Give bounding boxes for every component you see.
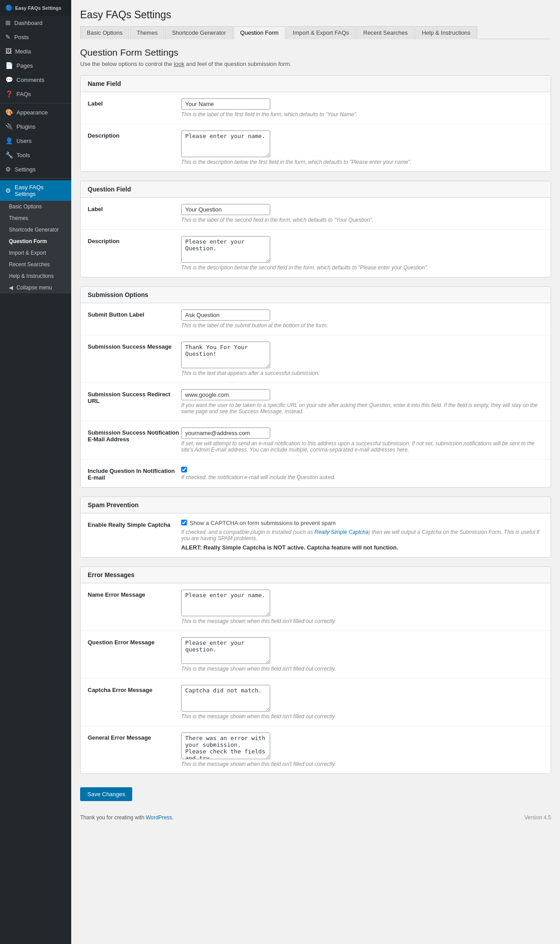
sidebar-sub-label-import-export: Import & Export [9,250,46,256]
sidebar-sub-label-collapse: Collapse menu [16,285,52,291]
question-error-textarea[interactable] [181,637,270,664]
captcha-checkbox[interactable] [181,520,187,525]
question-label-help: This is the label of the second field in… [181,217,544,223]
success-message-textarea[interactable] [181,342,270,368]
sidebar-item-appearance[interactable]: 🎨 Appearance [0,105,71,119]
footer-link[interactable]: WordPress. [146,814,173,821]
include-question-checkbox[interactable] [181,467,187,472]
success-message-label: Submission Success Message [88,342,181,350]
name-error-textarea[interactable] [181,590,270,616]
sidebar-item-dashboard[interactable]: ⊞ Dashboard [0,16,71,30]
name-label-label: Label [88,98,181,107]
general-error-textarea[interactable] [181,732,270,759]
sidebar-item-posts[interactable]: ✎ Posts [0,30,71,44]
sidebar-label-comments: Comments [16,77,45,83]
sidebar-sub-question-form[interactable]: Question Form [0,236,71,247]
sidebar-sub-recent-searches[interactable]: Recent Searches [0,259,71,270]
captcha-label: Enable Really Simple Captcha [88,520,181,528]
redirect-url-input[interactable] [181,389,270,400]
sidebar-sub-label-help: Help & Instructions [9,273,54,279]
sidebar-item-tools[interactable]: 🔧 Tools [0,148,71,162]
success-message-help: This is the text that appears after a su… [181,370,544,376]
dashboard-icon: ⊞ [5,19,11,26]
captcha-checkbox-label: Show a CAPTCHA on form submissions to pr… [190,520,336,526]
sidebar-label-easy-faqs: Easy FAQs Settings [15,184,66,197]
sidebar-item-faqs[interactable]: ❓ FAQs [0,87,71,101]
redirect-url-content: If you want the user to be taken to a sp… [181,389,544,415]
sidebar-sub-import-export[interactable]: Import & Export [0,247,71,259]
sidebar-item-media[interactable]: 🖼 Media [0,44,71,58]
captcha-alert: ALERT: Really Simple Captcha is NOT acti… [181,544,544,551]
sidebar-sub-label-question-form: Question Form [9,238,47,244]
sidebar-sub-label-shortcode: Shortcode Generator [9,227,59,233]
name-desc-textarea[interactable] [181,130,270,157]
include-question-checkbox-wrap [181,466,544,472]
sidebar-sub-basic-options[interactable]: Basic Options [0,201,71,212]
sidebar-label-appearance: Appearance [16,109,48,116]
submit-button-input[interactable] [181,309,270,321]
question-label-input[interactable] [181,204,270,215]
sidebar-sub-themes[interactable]: Themes [0,212,71,224]
sidebar-label-users: Users [16,138,32,144]
sidebar-sub-label-recent-searches: Recent Searches [9,261,50,268]
sidebar-item-settings[interactable]: ⚙ Settings [0,162,71,176]
sidebar-sub-shortcode[interactable]: Shortcode Generator [0,224,71,236]
captcha-link[interactable]: Really Simple Captcha [315,529,369,535]
include-question-content: If checked, the notification e-mail will… [181,466,544,480]
submission-options-group: Submission Options Submit Button Label T… [80,286,551,488]
sidebar-item-pages[interactable]: 📄 Pages [0,58,71,73]
tab-recent-searches[interactable]: Recent Searches [357,26,414,39]
question-error-row: Question Error Message This is the messa… [81,631,551,679]
sidebar-brand: 🔵 Easy FAQs Settings [0,0,71,16]
comments-icon: 💬 [5,76,13,83]
success-message-row: Submission Success Message This is the t… [81,335,551,383]
sidebar-label-faqs: FAQs [16,91,31,98]
sidebar-label-media: Media [15,48,31,55]
sidebar: 🔵 Easy FAQs Settings ⊞ Dashboard ✎ Posts… [0,0,71,944]
tab-basic-options[interactable]: Basic Options [80,26,129,39]
question-error-label: Question Error Message [88,637,181,646]
captcha-error-content: This is the message shown when this fiel… [181,685,544,720]
section-heading: Question Form Settings [80,47,551,58]
tools-icon: 🔧 [5,151,13,159]
name-error-label: Name Error Message [88,590,181,598]
sidebar-sub-label-themes: Themes [9,215,28,221]
sidebar-sub-help[interactable]: Help & Instructions [0,270,71,282]
tab-themes[interactable]: Themes [130,26,164,39]
tab-shortcode-generator[interactable]: Shortcode Generator [165,26,232,39]
general-error-label: General Error Message [88,732,181,741]
name-error-content: This is the message shown when this fiel… [181,590,544,624]
posts-icon: ✎ [5,33,11,41]
settings-icon: ⚙ [5,166,11,173]
captcha-help: If checked, and a compatible plugin is i… [181,529,544,541]
question-error-help: This is the message shown when this fiel… [181,666,544,672]
sidebar-item-comments[interactable]: 💬 Comments [0,73,71,87]
sidebar-item-easy-faqs[interactable]: ⚙ Easy FAQs Settings [0,180,71,201]
tab-question-form[interactable]: Question Form [234,26,285,39]
sidebar-item-users[interactable]: 👤 Users [0,134,71,148]
main-content: Easy FAQs Settings Basic Options Themes … [71,0,560,944]
sidebar-item-plugins[interactable]: 🔌 Plugins [0,119,71,134]
sidebar-label-plugins: Plugins [16,123,36,130]
submit-button-content: This is the label of the submit button a… [181,309,544,329]
name-label-input[interactable] [181,98,270,110]
name-desc-label: Description [88,130,181,139]
question-error-content: This is the message shown when this fiel… [181,637,544,672]
tabs-bar: Basic Options Themes Shortcode Generator… [80,26,551,39]
sidebar-label-settings: Settings [15,166,36,173]
submit-button-row: Submit Button Label This is the label of… [81,303,551,335]
name-desc-content: This is the description below the first … [181,130,544,165]
pages-icon: 📄 [5,62,13,69]
captcha-error-textarea[interactable] [181,685,270,712]
captcha-content: Show a CAPTCHA on form submissions to pr… [181,520,544,551]
save-changes-button[interactable]: Save Changes [80,787,132,801]
name-label-row: Label This is the label of the first fie… [81,92,551,124]
notification-email-content: If set, we will attempt to send an e-mai… [181,427,544,453]
notification-email-input[interactable] [181,427,270,439]
sidebar-divider-1 [0,103,71,103]
question-desc-textarea[interactable] [181,236,270,263]
tab-help-instructions[interactable]: Help & Instructions [415,26,477,39]
sidebar-sub-collapse[interactable]: ◀ Collapse menu [0,282,71,293]
tab-import-export[interactable]: Import & Export FAQs [286,26,356,39]
redirect-url-row: Submission Success Redirect URL If you w… [81,383,551,421]
